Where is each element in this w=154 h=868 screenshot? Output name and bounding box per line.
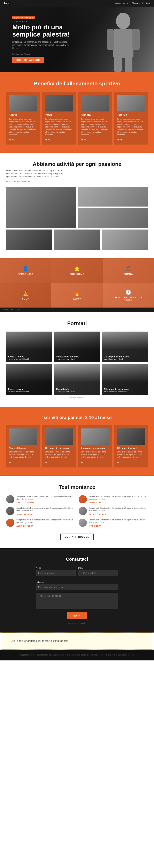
activity-orari[interactable]: 🕐 APERTO DA ORE 9 A 24 H 7 GIORNI <box>103 283 154 308</box>
benefit-link-rapidita[interactable]: DI PIÙ <box>81 139 88 141</box>
testi-cta-button[interactable]: CONTATTI HUDSON <box>60 533 94 540</box>
passione-bottom-images <box>6 229 148 250</box>
passione-side-image-2 <box>78 208 148 228</box>
testi-item-6: Sample text. Click to select the text bo… <box>79 519 148 527</box>
iscriviti-section: Iscriviti ora per soli $ 10 al mese Fitn… <box>0 407 154 476</box>
benefit-image-agilita <box>9 95 37 112</box>
passione-text: Lorem ipsum dolor sit amet, consectetur … <box>6 169 68 178</box>
testi-item-2: Sample text. Click to select the text bo… <box>79 495 148 504</box>
passione-bottom-image-2 <box>54 229 100 250</box>
testi-item-5: Sample text. Click to select the text bo… <box>6 519 75 527</box>
benefit-text-agilita: Sem integer vitae justo eget magna ferme… <box>9 118 37 136</box>
form-textarea-message[interactable] <box>36 593 118 609</box>
passione-title: Abbiamo attività per ogni passione <box>6 161 148 167</box>
form-group-message <box>36 593 118 609</box>
form-group-date: Data <box>78 567 118 576</box>
activity-sauna[interactable]: 🔥 SAUNA <box>51 283 103 308</box>
activity-esclusivo[interactable]: ⭐ ESCLUSIVO <box>51 258 103 283</box>
activities-credit: Immagine da Freepik <box>0 308 154 312</box>
iscriviti-image-1 <box>9 429 37 445</box>
benefit-link-agilita[interactable]: DI PIÙ <box>9 139 16 141</box>
testi-body-5: Sample text. Click to select the text bo… <box>17 519 75 527</box>
svg-rect-2 <box>107 29 114 50</box>
benefit-text-potenza: Sem integer vitae justo eget magna ferme… <box>117 118 146 136</box>
form-input-date[interactable] <box>78 570 118 576</box>
formati-label-5: Corpo totale 9 corsi per tutti i livelli <box>56 388 75 393</box>
testi-text-6[interactable]: Sample text. Click to select the text bo… <box>89 519 148 524</box>
iscriviti-arrow-2[interactable]: → <box>45 461 73 464</box>
passione-image-grid <box>6 187 148 228</box>
iscriviti-card-text-3[interactable]: Sample text. Click to select the text bo… <box>81 451 110 459</box>
testi-col-left: Sample text. Click to select the text bo… <box>6 495 75 530</box>
form-group-phone: Indirizzo <box>36 581 118 590</box>
form-submit-button[interactable]: INVIA <box>67 612 87 619</box>
formati-label-4: Forza e cardio 10 corsi per tutti i live… <box>8 388 29 393</box>
passione-side-images <box>78 187 148 228</box>
iscriviti-card-text-4[interactable]: Sample text. Click to select the text bo… <box>117 451 146 459</box>
edit-hint-text[interactable]: Click again or double click to start edi… <box>10 639 144 643</box>
activity-icon-4: 🧘 <box>23 290 29 296</box>
activity-yoga[interactable]: 🧘 YOGA <box>0 283 51 308</box>
testi-body-4: Sample text. Click to select the text bo… <box>89 507 148 515</box>
benefit-link-potenza[interactable]: DI PIÙ <box>117 139 124 141</box>
nav-home[interactable]: Home <box>115 2 121 4</box>
nav-classes[interactable]: Classes <box>132 2 140 4</box>
benefit-link-forza[interactable]: DI PIÙ <box>45 139 52 141</box>
formati-item-6[interactable]: Allenamento personale Il tuo allenatore … <box>102 364 148 395</box>
formati-label-2: Pedalazione ciclistica 8 corsi per tutti… <box>56 355 79 360</box>
testi-name-6: MAX PERRY <box>89 525 148 527</box>
passione-main-image <box>6 187 76 228</box>
benefit-image-forza <box>45 95 73 112</box>
formati-item-3[interactable]: Dal pugno, calcio e vola 6 corsi per tut… <box>102 332 148 362</box>
testi-avatar-2 <box>79 495 87 503</box>
activity-zumba[interactable]: 🎵 ZUMBA <box>103 258 154 283</box>
nav-contact[interactable]: Contact <box>142 2 150 4</box>
hero-section: CENTRO FITNESS TRAVERSALE Molto più di u… <box>0 6 154 72</box>
benefits-title: Benefici dell'allenamento sportivo <box>6 81 148 87</box>
benefit-card-rapidita: Rapidità Sem integer vitae justo eget ma… <box>78 92 112 145</box>
hero-visual <box>88 6 146 72</box>
testi-text-1[interactable]: Sample text. Click to select the text bo… <box>17 495 75 501</box>
testi-body-1: Sample text. Click to select the text bo… <box>17 495 75 504</box>
formati-item-1[interactable]: Forza e Pilates 12 corsi per tutti i liv… <box>6 332 52 362</box>
formati-item-5[interactable]: Corpo totale 9 corsi per tutti i livelli <box>54 364 100 395</box>
formati-title: Formati <box>6 320 148 327</box>
activity-icon-5: 🔥 <box>74 290 80 296</box>
formati-item-4[interactable]: Forza e cardio 10 corsi per tutti i live… <box>6 364 52 395</box>
svg-rect-3 <box>132 29 140 50</box>
iscriviti-image-4 <box>117 429 146 445</box>
iscriviti-arrow-4[interactable]: → <box>117 461 146 464</box>
activity-label-3: ZUMBA <box>124 273 133 275</box>
activity-content-6: 🕐 APERTO DA ORE 9 A 24 H 7 GIORNI <box>103 283 154 308</box>
testi-text-3[interactable]: Sample text. Click to select the text bo… <box>17 507 75 513</box>
form-input-phone[interactable] <box>36 584 118 590</box>
benefit-title-potenza: Potenza <box>117 113 146 116</box>
passione-link[interactable]: Immagini da Freepik <box>6 181 148 183</box>
passione-bottom-image-3 <box>102 229 148 250</box>
iscriviti-card-text-2[interactable]: Sample text. Click to select the text bo… <box>45 451 73 459</box>
iscriviti-image-2 <box>45 429 73 445</box>
testi-name-1: STELLA LARSON <box>17 501 75 504</box>
testimonianze-title: Testimonianze <box>6 484 148 490</box>
edit-hint-box[interactable]: Click again or double click to start edi… <box>2 632 152 650</box>
testi-avatar-6 <box>79 519 87 527</box>
hero-cta-button[interactable]: ISCRIVITI ADESSO <box>12 57 44 63</box>
testi-text-2[interactable]: Sample text. Click to select the text bo… <box>89 495 148 501</box>
testi-text-5[interactable]: Sample text. Click to select the text bo… <box>17 519 75 524</box>
iscriviti-arrow-3[interactable]: → <box>81 461 110 464</box>
activity-label-5: SAUNA <box>72 298 82 300</box>
iscriviti-card-text-1[interactable]: Sample text. Click to select the text bo… <box>9 451 37 459</box>
form-group-name: Nome <box>36 567 76 576</box>
benefit-text-rapidita: Sem integer vitae justo eget magna ferme… <box>81 118 110 136</box>
form-input-name[interactable] <box>36 570 76 576</box>
svg-rect-5 <box>125 58 132 72</box>
nav-about[interactable]: About <box>123 2 129 4</box>
iscriviti-card-3: Terapia del massaggio Sample text. Click… <box>78 425 112 467</box>
formati-item-2[interactable]: Pedalazione ciclistica 8 corsi per tutti… <box>54 332 100 362</box>
passione-section: Abbiamo attività per ogni passione Lorem… <box>0 153 154 258</box>
iscriviti-arrow-1[interactable]: → <box>9 461 37 464</box>
testi-text-4[interactable]: Sample text. Click to select the text bo… <box>89 507 148 513</box>
svg-point-0 <box>116 13 130 29</box>
activity-personale[interactable]: 👤 PERSONALE <box>0 258 51 283</box>
contatti-section: Contattaci Nome Data Indirizzo INVIA Imm… <box>0 548 154 632</box>
